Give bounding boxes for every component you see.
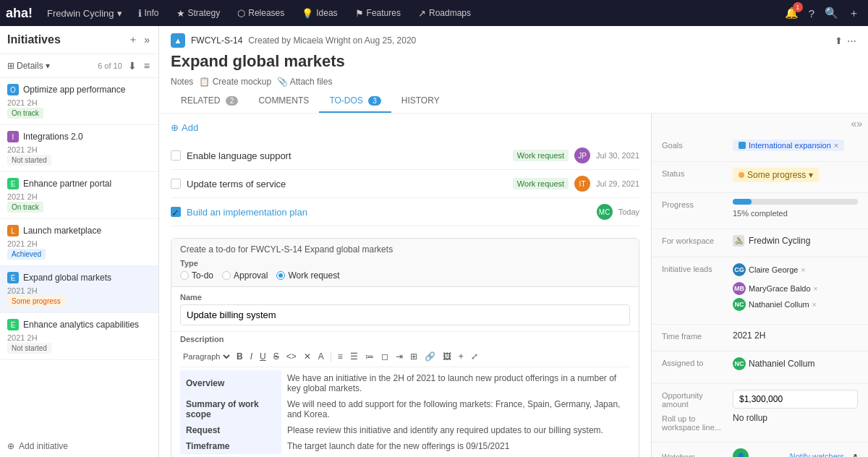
opportunity-label: Opportunity amount — [662, 390, 727, 409]
filter-caret: ▾ — [46, 61, 50, 71]
collapse-sidebar-button[interactable]: » — [142, 32, 151, 48]
opportunity-input[interactable] — [733, 390, 858, 409]
notify-watchers-link[interactable]: Notify watchers — [790, 452, 844, 457]
init-status-2: Not started — [7, 155, 51, 166]
indent-button[interactable]: ⇥ — [393, 349, 406, 364]
fullscreen-button[interactable]: ⤢ — [468, 349, 481, 364]
sidebar-initiative-1[interactable]: O Optimize app performance 2021 2H On tr… — [0, 78, 158, 125]
user-dropdown[interactable]: Fredwin Cycling ▾ — [41, 5, 127, 22]
embed-button[interactable]: ◻ — [378, 349, 391, 364]
sidebar-initiative-2[interactable]: I Integrations 2.0 2021 2H Not started — [0, 125, 158, 172]
assigned-name: Nathaniel Collum — [749, 359, 814, 369]
type-options: To-do Approval Work request — [180, 270, 630, 281]
goal-remove-button[interactable]: × — [834, 141, 838, 150]
text-color-button[interactable]: A — [315, 349, 327, 364]
lead-marygrace: MB MaryGrace Baldo × — [733, 282, 817, 295]
sidebar-initiative-4[interactable]: L Launch marketplace 2021 2H Achieved — [0, 219, 158, 266]
nav-strategy[interactable]: ★ Strategy — [169, 3, 228, 23]
type-work-request-option[interactable]: Work request — [276, 270, 339, 281]
type-approval-option[interactable]: Approval — [222, 270, 268, 281]
marygrace-remove[interactable]: × — [814, 285, 818, 293]
info-icon: ℹ — [138, 8, 142, 19]
numbered-list-button[interactable]: ≔ — [362, 349, 377, 364]
details-filter-button[interactable]: ⊞ Details ▾ — [7, 61, 50, 71]
new-todo-for-text: Create a to-do for FWCYL-S-14 Expand glo… — [180, 244, 630, 255]
nav-features[interactable]: ⚑ Features — [348, 3, 408, 23]
nav-features-label: Features — [367, 8, 401, 18]
underline-button[interactable]: U — [257, 349, 269, 364]
type-work-request-label: Work request — [288, 270, 339, 281]
table-button[interactable]: ⊞ — [407, 349, 420, 364]
todo-checkbox-2[interactable] — [171, 179, 181, 189]
sidebar-initiative-6[interactable]: E Enhance analytics capabilities 2021 2H… — [0, 313, 158, 360]
image-button[interactable]: 🖼 — [440, 349, 454, 364]
download-button[interactable]: ⬇ — [127, 59, 138, 73]
timeframe-row: Time frame 2021 2H — [662, 330, 858, 341]
assigned-chip: NC Nathaniel Collum — [733, 357, 814, 370]
link-button[interactable]: 🔗 — [422, 349, 438, 364]
nav-action-area: 🔔1 ? 🔍 ＋ — [782, 4, 862, 23]
notifications-button[interactable]: 🔔1 — [782, 4, 801, 22]
paragraph-style-select[interactable]: Paragraph — [180, 351, 232, 362]
more-button[interactable]: + — [456, 349, 467, 364]
init-name-2: Integrations 2.0 — [23, 132, 151, 142]
create-mockup-link[interactable]: 📋 Create mockup — [199, 77, 271, 87]
todo-checkbox-3[interactable]: ✓ — [171, 207, 181, 217]
add-button[interactable]: ＋ — [846, 4, 862, 23]
more-options-button[interactable]: ⋯ — [847, 35, 856, 46]
italic-button[interactable]: I — [247, 349, 255, 364]
init-timeframe-4: 2021 2H — [7, 239, 151, 248]
workspace-name: Fredwin Cycling — [749, 236, 810, 246]
status-label: Status — [662, 168, 727, 178]
status-badge[interactable]: Some progress ▾ — [733, 168, 819, 182]
search-button[interactable]: 🔍 — [822, 4, 841, 22]
todo-list: Enable language support Work request JP … — [171, 142, 639, 226]
nav-roadmaps[interactable]: ↗ Roadmaps — [411, 3, 478, 23]
strikethrough-button[interactable]: S — [271, 349, 282, 364]
nav-releases[interactable]: ⬡ Releases — [230, 3, 292, 23]
todo-label-1: Enable language support — [187, 150, 507, 161]
scope-value: We will need to add support for the foll… — [281, 396, 630, 422]
tab-related[interactable]: RELATED 2 — [171, 90, 248, 113]
sidebar-initiative-5[interactable]: E Expand global markets 2021 2H Some pro… — [0, 266, 158, 313]
right-panel: «» Goals International expansion × — [651, 114, 868, 457]
init-icon-6: E — [7, 319, 19, 330]
watchers-row: Watchers 👤 Notify watchers ↗ — [662, 448, 858, 457]
help-button[interactable]: ? — [806, 4, 817, 22]
initiative-type-icon: ▲ — [171, 33, 185, 48]
desc-label: Description — [180, 335, 630, 343]
assigned-avatar: NC — [733, 357, 746, 370]
claire-remove[interactable]: × — [801, 266, 805, 274]
rollup-value: No rollup — [733, 413, 858, 423]
new-todo-form: Create a to-do for FWCYL-S-14 Expand glo… — [171, 238, 639, 457]
todos-count: 3 — [368, 96, 381, 106]
expand-icon[interactable]: «» — [851, 118, 862, 129]
tab-todos[interactable]: TO-DOS 3 — [319, 90, 391, 113]
type-todo-option[interactable]: To-do — [180, 270, 213, 281]
align-left-button[interactable]: ≡ — [335, 349, 346, 364]
add-todo-button[interactable]: ⊕ Add — [171, 122, 198, 133]
code-button[interactable]: <> — [284, 349, 299, 364]
opportunity-row: Opportunity amount — [662, 390, 858, 409]
todo-checkbox-1[interactable] — [171, 150, 181, 161]
tab-history[interactable]: HISTORY — [391, 90, 450, 113]
todo-avatar-1: JP — [574, 148, 590, 163]
nav-ideas[interactable]: 💡 Ideas — [294, 3, 344, 23]
nav-strategy-label: Strategy — [188, 8, 221, 18]
nathaniel-remove[interactable]: × — [812, 301, 817, 309]
name-input[interactable] — [180, 304, 630, 325]
add-initiative-icon-button[interactable]: ＋ — [127, 32, 140, 48]
tab-comments[interactable]: COMMENTS — [248, 90, 319, 113]
attach-files-link[interactable]: 📎 Attach files — [277, 77, 332, 87]
initiative-created-by: Created by Micaela Wright on Aug 25, 202… — [248, 35, 416, 46]
timeframe-value: The target launch date for the new offer… — [281, 438, 630, 454]
sort-button[interactable]: ≡ — [142, 59, 151, 73]
bold-button[interactable]: B — [234, 349, 246, 364]
sidebar-initiative-3[interactable]: E Enhance partner portal 2021 2H On trac… — [0, 172, 158, 219]
export-initiative-button[interactable]: ⬆ — [835, 35, 843, 46]
bulleted-list-button[interactable]: ☰ — [347, 349, 361, 364]
nav-info[interactable]: ℹ Info — [131, 3, 166, 23]
timeframe-section: Time frame 2021 2H — [652, 325, 868, 351]
erase-button[interactable]: ✕ — [301, 349, 314, 364]
add-initiative-button[interactable]: ⊕ Add initiative — [0, 435, 158, 457]
